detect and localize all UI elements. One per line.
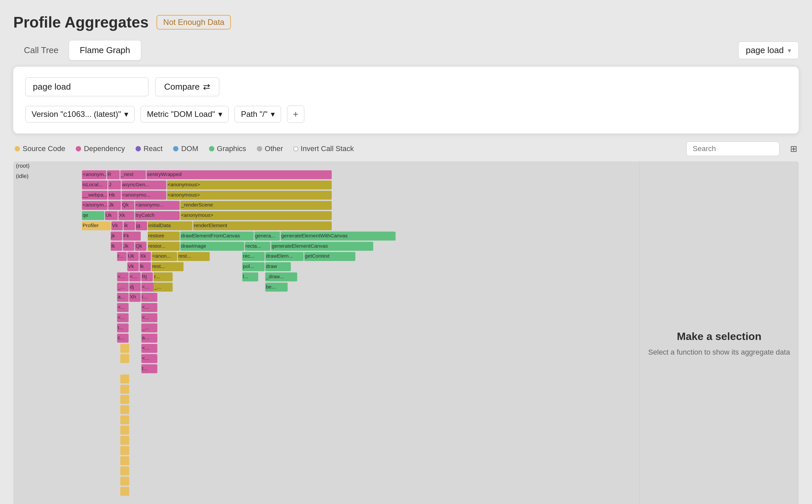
svg-text:drawElem...: drawElem...	[266, 253, 293, 259]
tab-flame-graph[interactable]: Flame Graph	[69, 41, 141, 60]
svg-text:r...: r...	[118, 253, 123, 259]
svg-text:t...: t...	[118, 325, 123, 330]
svg-text:a...: a...	[118, 294, 125, 299]
svg-text:rec...: rec...	[243, 253, 254, 259]
legend-dom-label: DOM	[181, 144, 198, 153]
svg-text:<...: <...	[142, 314, 149, 320]
flame-block[interactable]	[120, 354, 129, 363]
legend-react: React	[135, 144, 162, 153]
path-filter[interactable]: Path "/" ▾	[234, 106, 281, 123]
header-row: Profile Aggregates Not Enough Data	[13, 13, 799, 31]
svg-text:getContext: getContext	[305, 253, 330, 259]
svg-text:<...: <...	[118, 314, 125, 320]
legend-react-label: React	[143, 144, 162, 153]
flame-block[interactable]	[120, 446, 129, 455]
svg-text:Uk: Uk	[106, 212, 112, 218]
svg-text:Xh: Xh	[130, 294, 136, 299]
svg-text:a...: a...	[142, 335, 149, 340]
flame-block[interactable]	[120, 395, 129, 404]
version-filter[interactable]: Version "c1063... (latest)" ▾	[25, 106, 135, 123]
page-load-input[interactable]	[25, 77, 148, 96]
svg-text:asyncGen...: asyncGen...	[122, 182, 149, 187]
flame-block[interactable]	[120, 456, 129, 465]
flame-block[interactable]	[120, 436, 129, 445]
flame-block[interactable]	[120, 487, 129, 496]
svg-text:<anonymo...: <anonymo...	[135, 202, 164, 208]
flame-block[interactable]	[120, 344, 129, 353]
legend-other: Other	[257, 144, 283, 153]
page-container: Profile Aggregates Not Enough Data Call …	[0, 0, 812, 504]
flamegraph-main: (root) (idle) <anonym... R _next sentryW…	[13, 161, 639, 504]
svg-text:rest...: rest...	[152, 263, 165, 269]
invert-call-stack[interactable]: Invert Call Stack	[294, 144, 354, 153]
flame-block[interactable]	[120, 375, 129, 383]
page-title: Profile Aggregates	[13, 13, 148, 31]
svg-text:Hk: Hk	[109, 192, 115, 198]
dom-dot	[173, 146, 178, 151]
legend-dependency-label: Dependency	[84, 144, 125, 153]
source-code-dot	[15, 146, 20, 151]
svg-text:Xk: Xk	[119, 212, 125, 218]
metric-filter[interactable]: Metric "DOM Load" ▾	[140, 106, 228, 123]
flame-block[interactable]	[120, 477, 129, 486]
svg-text:isLocal...: isLocal...	[83, 182, 103, 187]
svg-text:genera...: genera...	[255, 233, 275, 238]
root-label: (root)	[16, 162, 30, 169]
svg-text:Jk: Jk	[124, 243, 129, 249]
svg-text:Fk: Fk	[124, 233, 129, 238]
svg-text:drawElementFromCanvas: drawElementFromCanvas	[181, 233, 240, 238]
svg-text:sentryWrapped: sentryWrapped	[147, 171, 182, 177]
version-chevron-icon: ▾	[124, 110, 128, 119]
svg-text:<...: <...	[142, 284, 149, 290]
filter-card: Compare ⇄ Version "c1063... (latest)" ▾ …	[13, 67, 799, 133]
svg-text:<anonymous>: <anonymous>	[181, 212, 213, 218]
tab-call-tree[interactable]: Call Tree	[13, 41, 69, 60]
svg-text:<anonym...: <anonym...	[83, 171, 108, 177]
svg-text:pol...: pol...	[243, 263, 254, 269]
svg-text:restore: restore	[148, 233, 164, 238]
columns-icon-button[interactable]: ⊞	[790, 144, 797, 154]
svg-text:_...: _...	[117, 284, 125, 290]
page-load-dropdown[interactable]: page load ▾	[738, 42, 799, 59]
svg-text:Vk: Vk	[128, 263, 134, 269]
search-input[interactable]	[686, 141, 779, 156]
flame-block[interactable]	[120, 405, 129, 414]
svg-text:<anonymo...: <anonymo...	[122, 192, 150, 198]
add-filter-button[interactable]: +	[287, 106, 304, 123]
svg-text:R: R	[108, 171, 111, 177]
flamegraph-sidebar: Make a selection Select a function to sh…	[639, 161, 799, 504]
svg-text:<...: <...	[142, 355, 149, 361]
svg-text:_next: _next	[121, 171, 134, 177]
svg-text:be...: be...	[266, 284, 276, 290]
svg-text:jg: jg	[136, 222, 140, 228]
svg-text:_draw...: _draw...	[265, 274, 284, 279]
svg-text:renderElement: renderElement	[194, 222, 227, 228]
svg-text:restor...: restor...	[148, 243, 165, 249]
svg-text:<...: <...	[142, 304, 149, 310]
svg-text:<...: <...	[142, 345, 149, 351]
svg-text:generateElementCanvas: generateElementCanvas	[272, 243, 328, 249]
svg-text:<anonymous>: <anonymous>	[167, 192, 200, 198]
svg-text:__webpa...: __webpa...	[82, 192, 108, 198]
chevron-down-icon: ▾	[788, 46, 791, 54]
flame-block[interactable]	[120, 426, 129, 435]
invert-label: Invert Call Stack	[301, 144, 354, 153]
react-dot	[135, 146, 141, 151]
svg-text:Profiler: Profiler	[83, 222, 99, 228]
compare-button[interactable]: Compare ⇄	[155, 77, 219, 96]
svg-text:dj: dj	[130, 284, 134, 290]
compare-label: Compare	[164, 82, 200, 92]
svg-text:Rj: Rj	[142, 274, 147, 279]
path-chevron-icon: ▾	[271, 110, 275, 119]
path-label: Path "/"	[241, 110, 267, 119]
flame-block[interactable]	[120, 466, 129, 475]
svg-text:tryCatch: tryCatch	[135, 212, 154, 218]
svg-text:Qk: Qk	[135, 243, 142, 249]
svg-text:_...: _...	[141, 325, 149, 330]
filter-row-top: Compare ⇄	[25, 77, 787, 96]
flame-block[interactable]	[120, 385, 129, 394]
flame-block[interactable]	[120, 415, 129, 424]
svg-text:drawImage: drawImage	[181, 243, 206, 249]
metric-chevron-icon: ▾	[218, 110, 222, 119]
invert-checkbox[interactable]	[294, 147, 298, 151]
